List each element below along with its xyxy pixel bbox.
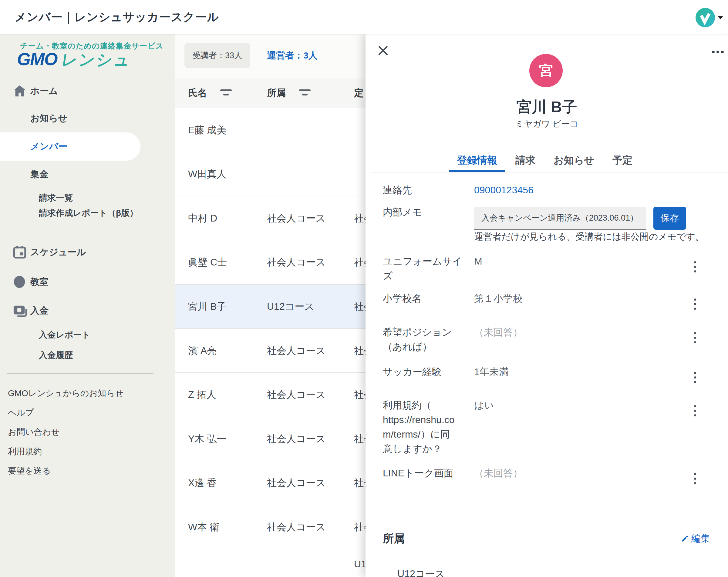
field-label-line-talk: LINEトーク画面 [383,466,471,480]
member-affiliation-cell: 社会人コース [267,211,326,225]
tab-billing[interactable]: 請求 [508,152,543,172]
staff-count-link[interactable]: 運営者：3人 [267,43,318,68]
affiliation-section-title: 所属 [383,531,405,546]
sidebar-item-label: 集金 [30,167,49,182]
kebab-menu-icon[interactable] [693,299,697,311]
sidebar-item-invoice-report[interactable]: 請求作成レポート（β版） [0,206,175,220]
section-divider [383,554,718,554]
sidebar-link-feedback[interactable]: 要望を送る [8,464,165,478]
member-avatar: 宮 [529,54,563,87]
member-affiliation-cell: 社会人コース [267,475,326,490]
sidebar-link-help[interactable]: ヘルプ [8,406,165,420]
calendar-icon [13,245,27,259]
sidebar-item-label: 教室 [30,275,49,289]
brand-check-icon [697,10,713,25]
sidebar-item-label: 入金 [30,303,49,318]
column-header-third: 定 [354,86,363,100]
member-affiliation-cell: 社会人コース [267,387,326,402]
brand-logo[interactable]: GMOレンシュ [17,49,131,69]
sidebar-item-news[interactable]: お知らせ [0,111,175,126]
kebab-menu-icon[interactable] [693,372,697,384]
pencil-icon [681,534,689,543]
account-menu-button[interactable] [696,8,726,27]
sidebar-item-invoice-list[interactable]: 請求一覧 [0,191,175,205]
member-name-cell: W本 衛 [188,520,219,534]
sidebar-link-service-news[interactable]: GMOレンシュからのお知らせ [8,386,165,401]
sidebar-item-deposit[interactable]: 入金 [0,303,175,318]
memo-label: 内部メモ [383,205,471,219]
contact-label: 連絡先 [383,183,471,197]
member-detail-drawer: 宮 宮川 B子 ミヤガワ ビーコ 登録情報 請求 お知らせ 予定 連絡先 090… [365,34,728,577]
tab-schedule[interactable]: 予定 [604,152,640,172]
user-avatar [696,8,715,27]
member-name-cell: W田真人 [188,167,226,181]
sidebar: チーム・教室のための連絡集金サービス GMOレンシュ ホーム お知らせ メンバー… [0,34,175,577]
member-affiliation-cell: 社会人コース [267,344,326,358]
sidebar-item-label: スケジュール [30,245,86,259]
logo-gmo: GMO [17,49,57,69]
field-value-school: 第１小学校 [474,291,523,306]
tab-notices[interactable]: お知らせ [546,152,602,172]
member-name-cell: Y木 弘一 [188,432,226,446]
field-value-experience: 1年未満 [474,364,509,379]
kebab-menu-icon[interactable] [693,261,697,273]
field-value-position: （未回答） [474,325,523,339]
field-label-school: 小学校名 [383,291,471,306]
member-name-kana: ミヤガワ ビーコ [365,118,728,130]
member-name-cell: 濱 A亮 [188,344,216,358]
top-header: メンバー｜レンシュサッカースクール [0,0,728,34]
member-name-cell: 眞壁 C士 [188,255,227,269]
logo-renshu: レンシュ [60,49,133,71]
kebab-menu-icon[interactable] [693,332,697,344]
sidebar-item-label: 請求一覧 [39,191,73,205]
member-affiliation-cell: 社会人コース [267,432,326,446]
filter-icon[interactable] [299,89,311,96]
field-label-experience: サッカー経験 [383,364,471,379]
circle-icon [13,275,27,289]
member-name: 宮川 B子 [365,97,728,117]
sidebar-item-collection[interactable]: 集金 [0,167,175,182]
sidebar-item-home[interactable]: ホーム [0,84,175,98]
save-button[interactable]: 保存 [653,207,686,230]
sidebar-item-classroom[interactable]: 教室 [0,275,175,289]
member-name-cell: E藤 成美 [188,123,226,137]
drawer-tabs: 登録情報 請求 お知らせ 予定 [449,152,640,172]
member-affiliation-cell: 社会人コース [267,520,326,534]
sidebar-link-contact[interactable]: お問い合わせ [8,425,165,439]
sidebar-item-label: 入金レポート [39,328,90,342]
member-name-cell: 中村 D [188,211,217,225]
kebab-menu-icon[interactable] [693,473,697,485]
member-affiliation-cell: U12コース [267,299,314,314]
field-label-position: 希望ポジション （あれば） [383,325,471,354]
student-count-chip[interactable]: 受講者：33人 [184,43,250,68]
contact-phone-link[interactable]: 09000123456 [474,183,534,197]
sidebar-item-members[interactable]: メンバー [0,139,175,154]
sidebar-link-terms[interactable]: 利用規約 [8,444,165,459]
more-options-icon[interactable] [712,49,727,55]
page-title: メンバー｜レンシュサッカースクール [15,0,219,34]
sidebar-item-label: 請求作成レポート（β版） [39,206,138,220]
kebab-menu-icon[interactable] [693,405,697,417]
chevron-down-icon [718,16,723,19]
sidebar-item-label: メンバー [30,139,67,154]
column-header-name: 氏名 [188,86,207,100]
field-label-uniform-size: ユニフォームサイ ズ [383,254,471,283]
close-icon[interactable] [376,44,390,57]
filter-icon[interactable] [220,89,232,96]
sidebar-item-schedule[interactable]: スケジュール [0,245,175,259]
sidebar-item-label: ホーム [30,84,58,98]
field-value-line-talk: （未回答） [474,466,523,480]
column-header-affiliation: 所属 [267,86,286,100]
sidebar-item-deposit-report[interactable]: 入金レポート [0,328,175,342]
edit-label: 編集 [691,531,710,546]
tab-registration-info[interactable]: 登録情報 [449,152,505,172]
field-label-terms-agree: 利用規約（ https://renshu.co m/terms/）に同 意します… [383,398,471,456]
memo-input[interactable] [474,207,646,230]
edit-affiliation-button[interactable]: 編集 [681,531,710,546]
field-value-uniform-size: M [474,254,482,269]
sidebar-item-deposit-history[interactable]: 入金履歴 [0,348,175,362]
affiliation-item: U12コース [397,567,445,577]
sidebar-item-label: 入金履歴 [39,348,73,362]
sidebar-divider [7,373,154,374]
home-icon [13,84,27,98]
